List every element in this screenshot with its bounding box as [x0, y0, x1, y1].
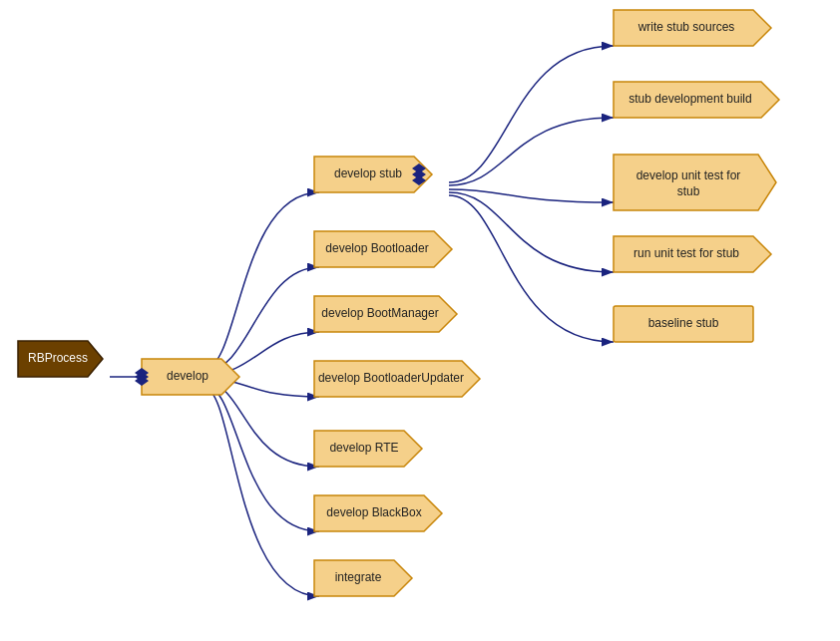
develop-bootloaderupdater-label: develop BootloaderUpdater — [318, 371, 464, 385]
develop-bootmanager-label: develop BootManager — [321, 306, 438, 320]
develop-blackbox-node: develop BlackBox — [314, 495, 442, 531]
edge-develop-integrate — [205, 388, 319, 596]
develop-bootloader-label: develop Bootloader — [325, 241, 428, 255]
edge-develop-stub — [205, 192, 319, 369]
edge-develop-blackbox — [205, 385, 319, 531]
dev-unit-test-label2: stub — [677, 184, 700, 198]
develop-rte-node: develop RTE — [314, 431, 422, 467]
develop-bootloader-node: develop Bootloader — [314, 231, 452, 267]
develop-bootmanager-node: develop BootManager — [314, 296, 457, 332]
stub-dev-build-label: stub development build — [629, 92, 751, 106]
edge-stub-run — [449, 192, 614, 272]
dev-unit-test-label: develop unit test for — [636, 168, 741, 182]
develop-stub-node: develop stub — [314, 157, 432, 192]
integrate-label: integrate — [335, 570, 382, 584]
develop-label: develop — [167, 369, 209, 383]
rbprocess-label: RBProcess — [28, 351, 88, 365]
stub-dev-build-node: stub development build — [614, 82, 779, 118]
edge-stub-baseline — [449, 195, 614, 342]
develop-blackbox-label: develop BlackBox — [326, 505, 421, 519]
baseline-stub-label: baseline stub — [648, 316, 719, 330]
develop-stub-label: develop stub — [334, 166, 402, 180]
develop-bootloaderupdater-node: develop BootloaderUpdater — [314, 361, 480, 397]
run-unit-test-label: run unit test for stub — [633, 246, 739, 260]
write-stub-node: write stub sources — [614, 10, 771, 46]
dev-unit-test-node: develop unit test for stub — [614, 155, 776, 210]
edge-stub-write — [449, 46, 614, 182]
baseline-stub-node: baseline stub — [614, 306, 753, 342]
rbprocess-node: RBProcess — [18, 341, 103, 377]
develop-rte-label: develop RTE — [329, 441, 398, 455]
run-unit-test-node: run unit test for stub — [614, 236, 771, 272]
write-stub-label: write stub sources — [637, 20, 735, 34]
develop-node: develop — [135, 359, 239, 395]
edge-stub-devbuild — [449, 118, 614, 185]
integrate-node: integrate — [314, 560, 412, 596]
edge-develop-bootloader — [205, 267, 319, 372]
edge-stub-unittest — [449, 189, 614, 202]
